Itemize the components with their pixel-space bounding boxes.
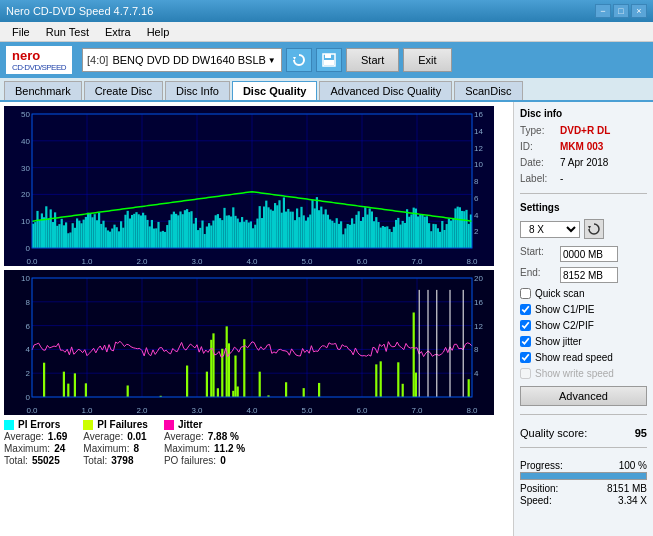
menu-extra[interactable]: Extra bbox=[97, 24, 139, 40]
quick-scan-label: Quick scan bbox=[535, 288, 584, 299]
show-read-speed-checkbox[interactable] bbox=[520, 352, 531, 363]
po-failures-row: PO failures: 0 bbox=[164, 455, 245, 466]
logo-text: nero bbox=[12, 48, 66, 63]
show-jitter-label: Show jitter bbox=[535, 336, 582, 347]
menu-file[interactable]: File bbox=[4, 24, 38, 40]
end-input[interactable] bbox=[560, 267, 618, 283]
jitter-max-label: Maximum: bbox=[164, 443, 210, 454]
refresh-button[interactable] bbox=[286, 48, 312, 72]
start-row: Start: bbox=[520, 246, 647, 262]
show-write-speed-label: Show write speed bbox=[535, 368, 614, 379]
drive-dropdown-arrow: ▼ bbox=[268, 56, 276, 65]
menu-run-test[interactable]: Run Test bbox=[38, 24, 97, 40]
show-jitter-row: Show jitter bbox=[520, 336, 647, 347]
quality-score-label: Quality score: bbox=[520, 427, 587, 439]
menu-help[interactable]: Help bbox=[139, 24, 178, 40]
show-read-speed-label: Show read speed bbox=[535, 352, 613, 363]
jitter-label: Jitter bbox=[178, 419, 202, 430]
pi-errors-stats: PI Errors Average: 1.69 Maximum: 24 Tota… bbox=[4, 419, 67, 466]
pi-failures-avg-row: Average: 0.01 bbox=[83, 431, 148, 442]
start-input[interactable] bbox=[560, 246, 618, 262]
tab-disc-info[interactable]: Disc Info bbox=[165, 81, 230, 100]
quality-score-value: 95 bbox=[635, 427, 647, 439]
window-controls: − □ × bbox=[595, 4, 647, 18]
progress-section: Progress: 100 % Position: 8151 MB Speed:… bbox=[520, 460, 647, 507]
close-button[interactable]: × bbox=[631, 4, 647, 18]
tab-scan-disc[interactable]: ScanDisc bbox=[454, 81, 522, 100]
start-label: Start: bbox=[520, 246, 556, 262]
disc-id-label: ID: bbox=[520, 141, 556, 152]
speed-select[interactable]: 8 X 4 X 2 X 1 X bbox=[520, 221, 580, 238]
pi-failures-max-row: Maximum: 8 bbox=[83, 443, 148, 454]
pi-errors-color bbox=[4, 420, 14, 430]
show-c1pie-row: Show C1/PIE bbox=[520, 304, 647, 315]
pi-failures-stats: PI Failures Average: 0.01 Maximum: 8 Tot… bbox=[83, 419, 148, 466]
pi-errors-max-label: Maximum: bbox=[4, 443, 50, 454]
save-button[interactable] bbox=[316, 48, 342, 72]
title-bar: Nero CD-DVD Speed 4.7.7.16 − □ × bbox=[0, 0, 653, 22]
disc-date-row: Date: 7 Apr 2018 bbox=[520, 157, 647, 168]
po-failures-label: PO failures: bbox=[164, 455, 216, 466]
progress-label: Progress: bbox=[520, 460, 563, 471]
exit-button[interactable]: Exit bbox=[403, 48, 451, 72]
show-c1pie-checkbox[interactable] bbox=[520, 304, 531, 315]
pi-errors-avg-value: 1.69 bbox=[48, 431, 67, 442]
disc-info-title: Disc info bbox=[520, 108, 647, 119]
progress-row: Progress: 100 % bbox=[520, 460, 647, 471]
speed-label: Speed: bbox=[520, 495, 552, 506]
show-write-speed-row: Show write speed bbox=[520, 368, 647, 379]
settings-refresh-button[interactable] bbox=[584, 219, 604, 239]
progress-value: 100 % bbox=[619, 460, 647, 471]
show-c2pif-checkbox[interactable] bbox=[520, 320, 531, 331]
show-read-speed-row: Show read speed bbox=[520, 352, 647, 363]
pi-errors-total-row: Total: 55025 bbox=[4, 455, 67, 466]
svg-marker-4 bbox=[588, 226, 591, 229]
start-button[interactable]: Start bbox=[346, 48, 399, 72]
disc-date-value: 7 Apr 2018 bbox=[560, 157, 608, 168]
bottom-chart bbox=[4, 270, 509, 415]
end-label: End: bbox=[520, 267, 556, 283]
disc-label-row: Label: - bbox=[520, 173, 647, 184]
show-c2pif-row: Show C2/PIF bbox=[520, 320, 647, 331]
pi-failures-avg-label: Average: bbox=[83, 431, 123, 442]
drive-selector[interactable]: [4:0] BENQ DVD DD DW1640 BSLB ▼ bbox=[82, 48, 282, 72]
pi-failures-max-label: Maximum: bbox=[83, 443, 129, 454]
progress-bar bbox=[520, 472, 647, 480]
chart-area: PI Errors Average: 1.69 Maximum: 24 Tota… bbox=[0, 102, 513, 536]
pi-failures-total-value: 3798 bbox=[111, 455, 133, 466]
quick-scan-checkbox[interactable] bbox=[520, 288, 531, 299]
title-text: Nero CD-DVD Speed 4.7.7.16 bbox=[6, 5, 153, 17]
tab-advanced-disc-quality[interactable]: Advanced Disc Quality bbox=[319, 81, 452, 100]
jitter-header: Jitter bbox=[164, 419, 245, 430]
pi-failures-total-label: Total: bbox=[83, 455, 107, 466]
stats-row: PI Errors Average: 1.69 Maximum: 24 Tota… bbox=[4, 415, 509, 466]
divider-3 bbox=[520, 447, 647, 448]
pi-errors-header: PI Errors bbox=[4, 419, 67, 430]
minimize-button[interactable]: − bbox=[595, 4, 611, 18]
quick-scan-row: Quick scan bbox=[520, 288, 647, 299]
quality-score-row: Quality score: 95 bbox=[520, 427, 647, 439]
end-row: End: bbox=[520, 267, 647, 283]
maximize-button[interactable]: □ bbox=[613, 4, 629, 18]
disc-id-row: ID: MKM 003 bbox=[520, 141, 647, 152]
position-value: 8151 MB bbox=[607, 483, 647, 494]
disc-date-label: Date: bbox=[520, 157, 556, 168]
pi-errors-total-value: 55025 bbox=[32, 455, 60, 466]
jitter-stats: Jitter Average: 7.88 % Maximum: 11.2 % P… bbox=[164, 419, 245, 466]
show-jitter-checkbox[interactable] bbox=[520, 336, 531, 347]
jitter-color bbox=[164, 420, 174, 430]
jitter-max-row: Maximum: 11.2 % bbox=[164, 443, 245, 454]
logo-sub: CD·DVD/SPEED bbox=[12, 63, 66, 72]
tab-create-disc[interactable]: Create Disc bbox=[84, 81, 163, 100]
menu-bar: File Run Test Extra Help bbox=[0, 22, 653, 42]
logo: nero CD·DVD/SPEED bbox=[6, 46, 72, 74]
tab-benchmark[interactable]: Benchmark bbox=[4, 81, 82, 100]
speed-row: Speed: 3.34 X bbox=[520, 495, 647, 506]
advanced-button[interactable]: Advanced bbox=[520, 386, 647, 406]
tab-disc-quality[interactable]: Disc Quality bbox=[232, 81, 318, 100]
jitter-avg-label: Average: bbox=[164, 431, 204, 442]
toolbar: nero CD·DVD/SPEED [4:0] BENQ DVD DD DW16… bbox=[0, 42, 653, 78]
show-write-speed-checkbox[interactable] bbox=[520, 368, 531, 379]
disc-label-value: - bbox=[560, 173, 563, 184]
pi-errors-avg-row: Average: 1.69 bbox=[4, 431, 67, 442]
